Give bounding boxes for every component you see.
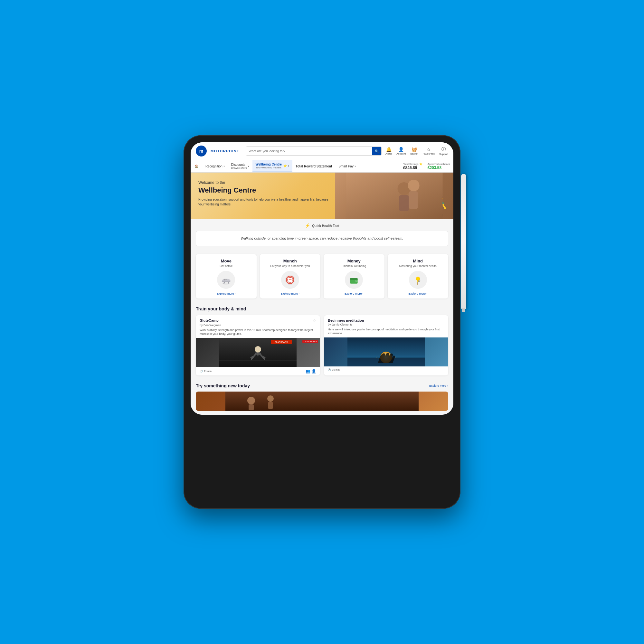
svg-point-41 (267, 395, 274, 402)
money-subtitle: Financial wellbeing (342, 264, 366, 268)
svg-text:CLASSPASS: CLASSPASS (274, 341, 288, 343)
nav-total-reward[interactable]: Total Reward Statement (292, 160, 335, 172)
search-button[interactable]: 🔍 (372, 147, 381, 155)
meditation-duration: 🕐 10 min (328, 368, 340, 371)
savings-block: Total Savings ⭐ £845.89 Approved cashbac… (400, 160, 453, 172)
nav-discounts[interactable]: Discounts Browse offers ▾ (228, 160, 252, 172)
try-title: Try something new today (196, 383, 250, 388)
smart-pay-label: Smart Pay (338, 165, 354, 168)
approved-cashback-value: £203.58 (428, 166, 450, 170)
svg-point-31 (255, 346, 261, 353)
svg-rect-14 (350, 278, 358, 280)
svg-rect-40 (249, 404, 254, 410)
hero-people-image (335, 173, 453, 219)
svg-point-39 (247, 397, 255, 404)
meditation-desc: Here we will introduce you to the concep… (328, 327, 444, 336)
category-move[interactable]: Move Get active (196, 254, 257, 298)
total-savings-value: £845.89 (403, 166, 422, 170)
category-money[interactable]: Money Financial wellbeing Exp (324, 254, 384, 298)
svg-rect-3 (399, 195, 409, 211)
svg-point-7 (226, 279, 227, 279)
meditation-author: by Jamie Clements (328, 323, 444, 326)
basket-icon: 🧺 (412, 147, 417, 152)
nav-recognition[interactable]: Recognition ▾ (202, 160, 228, 172)
tablet-device: m MOTORPOINT 🔍 🔔 Alerts 👤 Account 🧺 Bask (184, 135, 460, 509)
money-icon (345, 271, 363, 289)
mind-subtitle: Mastering your mental health (399, 264, 437, 268)
top-navigation: m MOTORPOINT 🔍 🔔 Alerts 👤 Account 🧺 Bask (191, 142, 453, 160)
svg-point-16 (356, 280, 357, 281)
categories-section: Move Get active (191, 250, 453, 302)
health-fact-lightning-icon: ⚡ (305, 223, 310, 228)
svg-point-6 (224, 279, 225, 280)
health-fact-text: Walking outside, or spending time in gre… (203, 236, 441, 241)
try-header: Try something new today Explore more › (196, 383, 448, 388)
mind-icon (409, 271, 427, 289)
hero-welcome: Welcome to the (198, 180, 334, 185)
svg-rect-22 (419, 279, 419, 280)
move-explore[interactable]: Explore more › (217, 292, 236, 295)
approved-cashback-item: Approved cashback £203.58 (428, 163, 450, 170)
glute-participants-icon: 👥 👤 (306, 369, 316, 374)
discounts-label: Discounts (231, 163, 245, 166)
basket-icon-item[interactable]: 🧺 Basket (410, 147, 418, 155)
health-fact-section: ⚡ Quick Health Fact Walking outside, or … (191, 219, 453, 250)
bell-icon: 🔔 (386, 147, 392, 152)
wellbeing-label: Wellbeing Centre (256, 163, 282, 166)
mind-explore[interactable]: Explore more › (408, 292, 427, 295)
money-explore[interactable]: Explore more › (345, 292, 364, 295)
nav-wellbeing[interactable]: Wellbeing Centre Your wellbeing matters … (252, 160, 293, 172)
nav-home[interactable]: 🏠 (191, 160, 202, 172)
glute-desc: Work stability, strength and power in th… (200, 328, 316, 336)
support-label: Support (439, 153, 448, 156)
clock-icon: 🕐 (200, 370, 203, 373)
support-icon-item[interactable]: ⓘ Support (439, 147, 448, 156)
svg-point-2 (408, 180, 419, 191)
brand-logo[interactable]: m (196, 146, 207, 156)
search-input[interactable] (246, 149, 372, 153)
search-bar[interactable]: 🔍 (246, 147, 381, 156)
glute-favourite-star-icon[interactable]: ☆ (313, 318, 316, 323)
training-card-glute[interactable]: GluteCamp ☆ by Ben Wegman Work stability… (196, 315, 320, 375)
hero-image (335, 173, 453, 219)
training-grid: GluteCamp ☆ by Ben Wegman Work stability… (196, 315, 448, 375)
approved-cashback-label: Approved cashback (428, 163, 450, 166)
apple-pencil (461, 174, 466, 309)
glute-duration: 🕐 11 min (200, 370, 212, 373)
category-munch[interactable]: Munch Eat your way to a healthier you (260, 254, 321, 298)
munch-explore[interactable]: Explore more › (280, 292, 299, 295)
svg-rect-24 (418, 280, 418, 281)
categories-grid: Move Get active (196, 254, 448, 298)
move-icon (217, 271, 235, 289)
training-card-meditation[interactable]: Beginners meditation by Jamie Clements H… (324, 315, 448, 375)
category-mind[interactable]: Mind Mastering your mental health (388, 254, 449, 298)
total-savings-item: Total Savings ⭐ £845.89 (403, 163, 422, 170)
move-subtitle: Get active (220, 264, 233, 268)
health-fact-title: Quick Health Fact (312, 224, 339, 228)
nav-smart-pay[interactable]: Smart Pay ▾ (335, 160, 359, 172)
wellbeing-dropdown-icon: ▾ (288, 165, 289, 167)
svg-rect-42 (268, 402, 273, 409)
account-icon-item[interactable]: 👤 Account (396, 147, 406, 155)
glute-author: by Ben Wegman (200, 324, 316, 327)
hero-subtitle: Providing education, support and tools t… (198, 197, 334, 207)
svg-rect-25 (420, 280, 421, 281)
health-fact-box: Walking outside, or spending time in gre… (196, 231, 448, 246)
training-section: Train your body & mind GluteCamp ☆ by Be… (191, 302, 453, 379)
try-explore-link[interactable]: Explore more › (429, 384, 448, 387)
meditation-footer: 🕐 10 min (324, 366, 448, 373)
svg-rect-4 (409, 191, 418, 209)
recognition-label: Recognition (205, 165, 223, 168)
total-reward-label: Total Reward Statement (296, 165, 332, 168)
favourites-icon-item[interactable]: ☆ Favourites (423, 147, 435, 155)
svg-rect-0 (346, 173, 442, 219)
glute-footer: 🕐 11 min 👥 👤 (196, 367, 320, 375)
svg-rect-23 (419, 281, 419, 282)
health-fact-header: ⚡ Quick Health Fact (305, 223, 339, 228)
alerts-icon-item[interactable]: 🔔 Alerts (385, 147, 392, 155)
glute-image: CLASSPASS (196, 338, 320, 367)
second-navigation: 🏠 Recognition ▾ Discounts Browse offers … (191, 160, 453, 173)
svg-rect-11 (289, 277, 291, 278)
try-new-section: Try something new today Explore more › (191, 379, 453, 415)
meditation-title-row: Beginners meditation (328, 318, 444, 322)
